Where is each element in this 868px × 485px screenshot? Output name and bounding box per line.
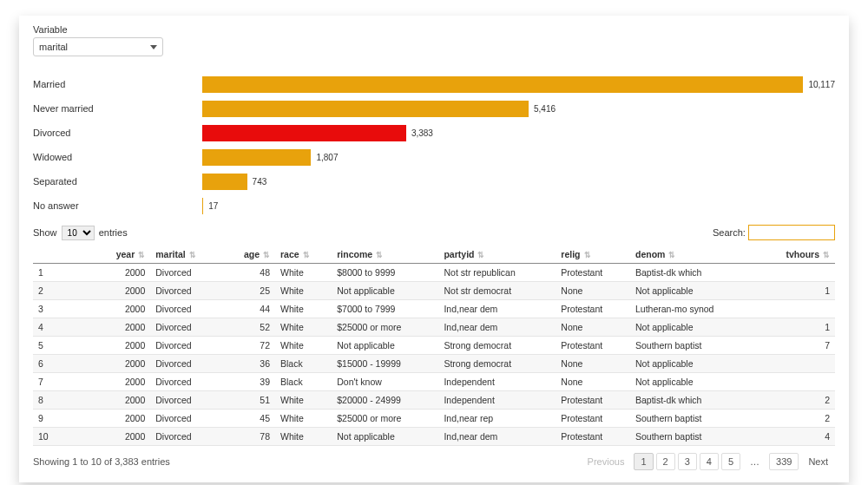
table-row[interactable]: 42000Divorced52White$25000 or moreInd,ne…: [33, 318, 835, 337]
chart-row[interactable]: Married10,117: [33, 72, 835, 96]
chart-row[interactable]: Divorced3,383: [33, 121, 835, 145]
search-input[interactable]: [748, 225, 835, 240]
pager-page[interactable]: 2: [656, 453, 675, 470]
table-cell: 39: [223, 373, 275, 391]
table-row[interactable]: 12000Divorced48White$8000 to 9999Not str…: [33, 264, 835, 282]
table-footer: Showing 1 to 10 of 3,383 entries Previou…: [33, 453, 835, 470]
table-cell: [758, 355, 835, 373]
chart-row[interactable]: Widowed1,807: [33, 145, 835, 169]
table-cell: 5: [33, 337, 94, 355]
table-cell: Don't know: [332, 373, 438, 391]
table-cell: Not str democrat: [438, 282, 556, 300]
table-cell: $20000 - 24999: [332, 391, 438, 410]
table-cell: Divorced: [150, 391, 223, 410]
column-header[interactable]: rincome⇅: [332, 246, 438, 264]
table-row[interactable]: 52000Divorced72WhiteNot applicableStrong…: [33, 337, 835, 355]
sort-icon: ⇅: [376, 251, 383, 259]
variable-select[interactable]: marital: [33, 37, 163, 56]
table-cell: Southern baptist: [630, 428, 758, 446]
table-cell: [758, 300, 835, 318]
column-header[interactable]: [33, 246, 94, 264]
table-cell: 51: [223, 391, 275, 410]
column-header-label: marital: [155, 249, 185, 259]
column-header-label: denom: [635, 249, 665, 259]
chart-row[interactable]: No answer17: [33, 193, 835, 218]
table-cell: 2000: [94, 410, 150, 428]
table-cell: White: [275, 264, 332, 282]
table-cell: Not applicable: [630, 373, 758, 391]
table-cell: Not str republican: [438, 264, 556, 282]
data-table: year⇅marital⇅age⇅race⇅rincome⇅partyid⇅re…: [33, 246, 835, 446]
table-row[interactable]: 92000Divorced45White$25000 or moreInd,ne…: [33, 410, 835, 428]
table-cell: Divorced: [150, 318, 223, 337]
table-cell: 10: [33, 428, 94, 446]
pager-page[interactable]: 4: [700, 453, 719, 470]
table-cell: Independent: [438, 373, 556, 391]
chart-bar-wrap: 17: [202, 198, 835, 214]
table-row[interactable]: 32000Divorced44White$7000 to 7999Ind,nea…: [33, 300, 835, 318]
table-cell: 2000: [94, 373, 150, 391]
table-row[interactable]: 22000Divorced25WhiteNot applicableNot st…: [33, 282, 835, 300]
chart-bar: [202, 101, 529, 117]
column-header[interactable]: year⇅: [94, 246, 150, 264]
pager-previous[interactable]: Previous: [581, 453, 632, 470]
table-cell: Protestant: [556, 410, 630, 428]
table-cell: Baptist-dk which: [630, 391, 758, 410]
pager-next[interactable]: Next: [801, 453, 835, 470]
table-cell: [758, 373, 835, 391]
pager-page[interactable]: 3: [678, 453, 697, 470]
column-header-label: age: [244, 249, 260, 259]
table-cell: $8000 to 9999: [332, 264, 438, 282]
column-header[interactable]: marital⇅: [150, 246, 223, 264]
column-header[interactable]: race⇅: [275, 246, 332, 264]
table-cell: Lutheran-mo synod: [630, 300, 758, 318]
chart-value-label: 743: [253, 177, 267, 187]
table-row[interactable]: 62000Divorced36Black$15000 - 19999Strong…: [33, 355, 835, 373]
table-cell: Protestant: [556, 428, 630, 446]
table-cell: 52: [223, 318, 275, 337]
column-header-label: rincome: [337, 249, 372, 259]
table-cell: Divorced: [150, 282, 223, 300]
column-header[interactable]: tvhours⇅: [758, 246, 835, 264]
sort-icon: ⇅: [303, 251, 310, 259]
pager-page[interactable]: 1: [634, 453, 653, 470]
chart-bar-wrap: 5,416: [202, 101, 835, 117]
variable-label: Variable: [33, 24, 835, 35]
column-header[interactable]: relig⇅: [556, 246, 630, 264]
pager-ellipsis: …: [743, 453, 766, 470]
table-cell: 4: [758, 428, 835, 446]
table-cell: White: [275, 318, 332, 337]
table-cell: Baptist-dk which: [630, 264, 758, 282]
chart-row[interactable]: Never married5,416: [33, 96, 835, 121]
table-row[interactable]: 82000Divorced51White$20000 - 24999Indepe…: [33, 391, 835, 410]
table-cell: Divorced: [150, 428, 223, 446]
page-length-select[interactable]: 10: [62, 226, 95, 240]
table-cell: Divorced: [150, 300, 223, 318]
table-cell: None: [556, 373, 630, 391]
column-header[interactable]: age⇅: [223, 246, 275, 264]
table-cell: 8: [33, 391, 94, 410]
table-cell: White: [275, 300, 332, 318]
search-wrap: Search:: [713, 225, 835, 240]
length-prefix: Show: [33, 227, 57, 238]
pager-page[interactable]: 339: [769, 453, 799, 470]
column-header[interactable]: partyid⇅: [438, 246, 556, 264]
table-cell: 7: [33, 373, 94, 391]
column-header-label: partyid: [444, 249, 474, 259]
table-cell: [758, 264, 835, 282]
column-header[interactable]: denom⇅: [630, 246, 758, 264]
table-cell: 2000: [94, 391, 150, 410]
table-row[interactable]: 72000Divorced39BlackDon't knowIndependen…: [33, 373, 835, 391]
table-cell: White: [275, 337, 332, 355]
pager-page[interactable]: 5: [721, 453, 740, 470]
chart-value-label: 17: [208, 201, 218, 211]
sort-icon: ⇅: [138, 251, 145, 259]
table-row[interactable]: 102000Divorced78WhiteNot applicableInd,n…: [33, 428, 835, 446]
table-controls: Show 10 entries Search:: [33, 225, 835, 240]
chart-category-label: Never married: [33, 103, 202, 114]
chart-row[interactable]: Separated743: [33, 169, 835, 193]
column-header-label: year: [116, 249, 135, 259]
pagination: Previous12345…339Next: [581, 453, 835, 470]
table-cell: Protestant: [556, 391, 630, 410]
table-cell: 78: [223, 428, 275, 446]
